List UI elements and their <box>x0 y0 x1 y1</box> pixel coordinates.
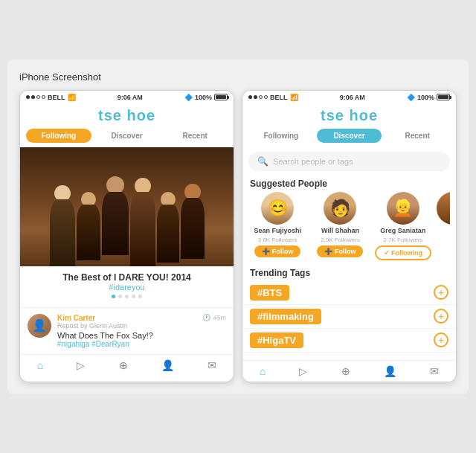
nav-person-right[interactable]: 👤 <box>384 365 396 377</box>
person-sil-3 <box>102 176 129 255</box>
follow-button-2[interactable]: ✓ Following <box>375 245 432 260</box>
nav-play-left[interactable]: ▷ <box>77 359 85 371</box>
wifi-left: 📶 <box>68 94 76 101</box>
signal-dot-r3 <box>259 95 263 99</box>
app-header-left: tse hoe <box>20 104 234 129</box>
person-card-partial <box>437 192 450 260</box>
nav-home-left[interactable]: ⌂ <box>37 359 43 371</box>
status-bar-left: BELL 📶 9:06 AM 🔷 100% <box>20 91 234 104</box>
tab-bar-right: Following Discover Recent <box>242 129 456 147</box>
signal-dot-1 <box>26 95 30 99</box>
tag-plus-button-2[interactable]: + <box>434 332 448 347</box>
person-card-0: 😊 Sean Fujiyoshi 3.6K Followers ➕ Follow <box>248 192 306 260</box>
tag-item-1: #filmmaking + <box>242 305 456 329</box>
bluetooth-left: 🔷 <box>184 94 193 101</box>
tag-label-0: #BTS <box>250 285 289 301</box>
search-bar[interactable]: 🔍 Search people or tags <box>248 152 450 171</box>
wifi-right: 📶 <box>290 94 298 101</box>
time-left: 9:06 AM <box>118 94 143 101</box>
time-right: 9:06 AM <box>340 94 365 101</box>
person-name-2: Greg Saniatan <box>380 227 425 234</box>
nav-mail-right[interactable]: ✉ <box>430 365 439 377</box>
bottom-nav-right: ⌂ ▷ ⊕ 👤 ✉ <box>242 360 456 382</box>
tab-recent-right[interactable]: Recent <box>385 129 450 143</box>
app-logo-left: tse hoe <box>20 107 234 124</box>
person-avatar-0: 😊 <box>261 192 294 225</box>
signal-dot-r2 <box>254 95 257 99</box>
outer-frame: iPhone Screenshot BELL 📶 9:06 AM <box>7 60 469 394</box>
post-item: 👤 Kim Carter Repost by Glenn Austin 🕐 45… <box>20 307 234 354</box>
tab-following-left[interactable]: Following <box>26 129 91 143</box>
tab-discover-left[interactable]: Discover <box>94 129 160 143</box>
nav-home-right[interactable]: ⌂ <box>260 365 266 377</box>
trending-tags-heading: Trending Tags <box>242 265 456 281</box>
signal-dot-r4 <box>264 95 268 99</box>
tag-item-2: #HigaTV + <box>242 329 456 353</box>
post-hashtags: #nigahiga #DearRyan <box>57 340 226 348</box>
follow-button-0[interactable]: ➕ Follow <box>254 245 300 257</box>
bottom-nav-left: ⌂ ▷ ⊕ 👤 ✉ <box>20 354 234 376</box>
frame-title: iPhone Screenshot <box>19 71 457 83</box>
tab-bar-left: Following Discover Recent <box>20 129 234 147</box>
person-followers-0: 3.6K Followers <box>258 237 298 243</box>
person-avatar-1: 🧑 <box>324 192 356 225</box>
nav-play-right[interactable]: ▷ <box>299 365 307 377</box>
signal-dot-r1 <box>248 95 252 99</box>
suggested-people-heading: Suggested People <box>242 176 456 192</box>
phones-row: BELL 📶 9:06 AM 🔷 100% tse hoe Followin <box>19 90 457 382</box>
phone-left: BELL 📶 9:06 AM 🔷 100% tse hoe Followin <box>19 90 234 382</box>
app-logo-right: tse hoe <box>242 107 456 124</box>
app-header-right: tse hoe <box>242 104 456 129</box>
people-row: 😊 Sean Fujiyoshi 3.6K Followers ➕ Follow… <box>242 192 456 260</box>
person-name-1: Will Shahan <box>321 227 359 234</box>
search-icon: 🔍 <box>257 156 268 167</box>
avatar-kim: 👤 <box>28 314 51 338</box>
battery-icon-right <box>437 94 450 100</box>
tag-item-0: #BTS + <box>242 281 456 305</box>
status-bar-right: BELL 📶 9:06 AM 🔷 100% <box>242 91 456 104</box>
nav-person-left[interactable]: 👤 <box>161 359 174 371</box>
bluetooth-right: 🔷 <box>407 94 415 101</box>
person-card-2: 👱 Greg Saniatan 2.7K Followers ✓ Followi… <box>374 192 432 260</box>
nav-plus-left[interactable]: ⊕ <box>119 359 128 371</box>
post-repost: Repost by Glenn Austin <box>57 322 127 330</box>
person-avatar-partial <box>437 192 450 225</box>
signal-dot-3 <box>36 95 40 99</box>
carrier-left: BELL <box>48 94 65 101</box>
person-sil-1 <box>50 185 75 266</box>
follow-button-1[interactable]: ➕ Follow <box>317 245 363 257</box>
nav-mail-left[interactable]: ✉ <box>208 359 216 371</box>
clock-icon: 🕐 <box>202 314 210 321</box>
carrier-right: BELL <box>270 94 288 101</box>
tab-discover-right[interactable]: Discover <box>317 129 382 143</box>
post-content: Kim Carter Repost by Glenn Austin 🕐 45m … <box>57 314 226 348</box>
person-sil-2 <box>77 192 100 260</box>
post-username: Kim Carter <box>57 314 127 322</box>
post-time: 45m <box>213 314 226 321</box>
tab-recent-left[interactable]: Recent <box>162 129 228 143</box>
tab-following-right[interactable]: Following <box>248 129 314 143</box>
tag-plus-button-1[interactable]: + <box>434 309 448 324</box>
tag-label-1: #filmmaking <box>250 309 321 324</box>
person-avatar-2: 👱 <box>387 192 419 225</box>
person-sil-4 <box>130 178 155 266</box>
battery-pct-left: 100% <box>195 94 212 101</box>
person-card-1: 🧑 Will Shahan 2.9K Followers ➕ Follow <box>311 192 369 260</box>
person-followers-2: 2.7K Followers <box>383 237 422 243</box>
feed-title: The Best of I DARE YOU! 2014 <box>28 272 226 283</box>
feed-hashtag: #idareyou <box>28 283 226 292</box>
trending-tags-section: Trending Tags #BTS + #filmmaking + #Higa… <box>242 260 456 353</box>
battery-pct-right: 100% <box>417 94 434 101</box>
person-sil-6 <box>181 184 205 259</box>
post-title: What Does The Fox Say!? <box>57 331 226 340</box>
dots-indicator <box>28 295 226 298</box>
tag-label-2: #HigaTV <box>250 332 303 348</box>
tag-plus-button-0[interactable]: + <box>434 285 448 300</box>
feed-caption: The Best of I DARE YOU! 2014 #idareyou <box>20 266 234 307</box>
person-sil-5 <box>157 192 179 263</box>
phone-right: BELL 📶 9:06 AM 🔷 100% tse hoe Followin <box>242 90 457 382</box>
nav-plus-right[interactable]: ⊕ <box>341 365 350 377</box>
person-followers-1: 2.9K Followers <box>321 237 360 243</box>
signal-dot-4 <box>42 95 45 99</box>
feed-image <box>20 147 234 266</box>
